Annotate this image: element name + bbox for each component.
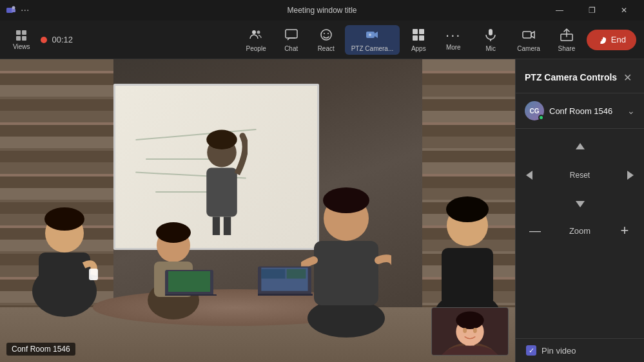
react-button[interactable]: React — [310, 25, 342, 55]
svg-rect-4 — [22, 30, 26, 35]
react-label: React — [318, 45, 335, 52]
more-button[interactable]: ··· More — [437, 26, 469, 53]
svg-rect-32 — [206, 167, 237, 216]
ptz-directional-controls: Reset — Zoom + — [516, 129, 644, 338]
online-indicator — [538, 115, 544, 120]
end-call-button[interactable]: End — [587, 30, 636, 50]
video-area: Conf Room 1546 — [0, 59, 515, 362]
close-button[interactable]: ✕ — [609, 0, 639, 21]
svg-rect-15 — [413, 29, 418, 34]
svg-rect-43 — [442, 248, 493, 306]
minimize-button[interactable]: — — [545, 0, 574, 21]
camera-name-label: Conf Room 1546 — [549, 106, 612, 116]
zoom-label: Zoom — [569, 226, 590, 236]
pin-video-checkbox[interactable]: ✓ — [526, 345, 536, 356]
ptz-left-button[interactable] — [517, 162, 543, 188]
svg-point-7 — [252, 30, 256, 34]
ptz-down-button[interactable] — [567, 191, 593, 216]
svg-rect-35 — [212, 216, 219, 235]
svg-rect-48 — [165, 294, 217, 296]
mic-button[interactable]: Mic — [474, 25, 507, 55]
ptz-camera-selector[interactable]: CG Conf Room 1546 ⌄ — [516, 93, 644, 129]
svg-rect-16 — [419, 29, 424, 34]
svg-point-37 — [239, 133, 246, 139]
chevron-down-icon: ⌄ — [627, 106, 635, 116]
svg-rect-3 — [16, 30, 21, 35]
zoom-in-button[interactable]: + — [616, 222, 634, 240]
zoom-plus-icon: + — [621, 224, 629, 238]
restore-button[interactable]: ❐ — [577, 0, 607, 21]
ptz-camera-info: CG Conf Room 1546 — [525, 101, 612, 120]
more-icon: ··· — [445, 28, 461, 43]
title-bar-left: ··· — [5, 5, 29, 16]
video-feed: Conf Room 1546 — [0, 59, 515, 362]
svg-rect-5 — [16, 36, 21, 41]
conf-room-label: Conf Room 1546 — [6, 343, 75, 356]
left-arrow-icon — [523, 169, 536, 182]
thumbnail-person-svg — [432, 307, 508, 356]
phone-icon — [597, 35, 607, 45]
svg-rect-26 — [39, 252, 90, 291]
meeting-toolbar: Views 00:12 People Cha — [0, 21, 644, 59]
react-icon — [319, 28, 333, 44]
ptz-label: PTZ Camera... — [351, 45, 394, 52]
ptz-up-button[interactable] — [567, 134, 593, 160]
apps-button[interactable]: Apps — [402, 25, 434, 55]
svg-point-58 — [456, 312, 483, 330]
svg-rect-39 — [314, 241, 378, 305]
zoom-minus-icon: — — [529, 225, 541, 236]
title-bar-right: — ❐ ✕ — [545, 0, 639, 21]
end-call-label: End — [611, 35, 626, 44]
svg-rect-36 — [223, 216, 230, 235]
pin-video-row: ✓ Pin video — [516, 338, 644, 362]
views-icon — [15, 29, 28, 42]
views-button[interactable]: Views — [8, 26, 35, 53]
zoom-out-button[interactable]: — — [526, 222, 544, 240]
person-3 — [196, 113, 248, 235]
ptz-reset-button[interactable]: Reset — [562, 167, 598, 184]
chat-button[interactable]: Chat — [275, 25, 307, 55]
svg-rect-47 — [168, 271, 210, 292]
people-label: People — [246, 45, 266, 52]
apps-icon — [411, 28, 425, 44]
ptz-close-icon: ✕ — [623, 71, 632, 84]
title-bar: ··· Meeting window title — ❐ ✕ — [0, 0, 644, 21]
ptz-panel-header: PTZ Camera Controls ✕ — [516, 59, 644, 93]
ptz-middle-row: Reset — [517, 162, 643, 188]
meeting-bar-left: Views 00:12 — [8, 26, 235, 53]
svg-rect-21 — [523, 32, 531, 38]
room-scene: Conf Room 1546 — [0, 59, 515, 362]
svg-point-8 — [257, 30, 260, 33]
menu-dots[interactable]: ··· — [21, 5, 29, 16]
share-label: Share — [558, 45, 576, 52]
person-4 — [301, 151, 391, 338]
people-icon — [249, 28, 263, 44]
people-button[interactable]: People — [240, 25, 273, 55]
meeting-bar-right: Mic Camera Share End — [474, 25, 636, 55]
share-icon — [560, 28, 574, 44]
teams-logo-icon — [5, 5, 17, 16]
person-5 — [435, 164, 500, 332]
ptz-camera-panel: PTZ Camera Controls ✕ CG Conf Room 1546 … — [515, 59, 644, 362]
more-label: More — [446, 44, 461, 51]
ptz-right-button[interactable] — [617, 162, 643, 188]
person-2 — [144, 191, 202, 319]
camera-label: Camera — [517, 45, 540, 52]
laptop-1 — [165, 263, 217, 296]
svg-rect-6 — [22, 36, 26, 41]
up-arrow-icon — [574, 140, 587, 153]
down-arrow-icon — [574, 197, 587, 210]
svg-rect-17 — [413, 35, 418, 41]
chat-icon — [284, 28, 298, 44]
share-button[interactable]: Share — [551, 25, 583, 55]
ptz-camera-icon — [365, 28, 379, 44]
avatar-initials: CG — [530, 108, 540, 115]
ptz-close-button[interactable]: ✕ — [620, 70, 635, 85]
svg-point-12 — [327, 33, 329, 34]
ptz-camera-button[interactable]: PTZ Camera... — [345, 25, 400, 55]
mic-label: Mic — [486, 45, 496, 52]
pin-video-label: Pin video — [542, 346, 576, 356]
views-label: Views — [13, 43, 30, 50]
mic-icon — [483, 28, 498, 44]
camera-button[interactable]: Camera — [511, 25, 547, 55]
